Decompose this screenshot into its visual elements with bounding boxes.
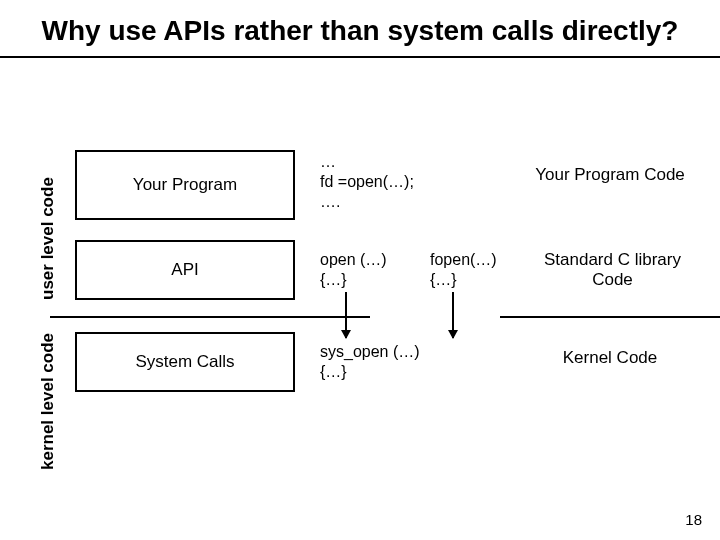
syscalls-box: System Calls xyxy=(75,332,295,392)
api-open-snippet: open (…) {…} xyxy=(320,250,387,290)
syscalls-box-label: System Calls xyxy=(135,352,234,372)
page-number: 18 xyxy=(685,511,702,528)
diagram-area: user level code kernel level code Your P… xyxy=(0,130,720,490)
program-box-label: Your Program xyxy=(133,175,237,195)
syscalls-right-label: Kernel Code xyxy=(515,348,705,368)
title-divider xyxy=(0,56,720,58)
arrow-fopen-to-sysopen xyxy=(452,292,454,338)
user-kernel-divider-left xyxy=(50,316,370,318)
arrow-open-to-sysopen xyxy=(345,292,347,338)
program-snippet: … fd =open(…); …. xyxy=(320,152,414,212)
kernel-level-label: kernel level code xyxy=(38,333,58,470)
api-box-label: API xyxy=(171,260,198,280)
user-kernel-divider-right xyxy=(500,316,720,318)
api-fopen-snippet: fopen(…) {…} xyxy=(430,250,497,290)
api-box: API xyxy=(75,240,295,300)
slide-title: Why use APIs rather than system calls di… xyxy=(0,0,720,56)
sysopen-snippet: sys_open (…) {…} xyxy=(320,342,420,382)
program-box: Your Program xyxy=(75,150,295,220)
api-right-label: Standard C library Code xyxy=(515,250,710,290)
user-level-label: user level code xyxy=(38,177,58,300)
program-right-label: Your Program Code xyxy=(515,165,705,185)
